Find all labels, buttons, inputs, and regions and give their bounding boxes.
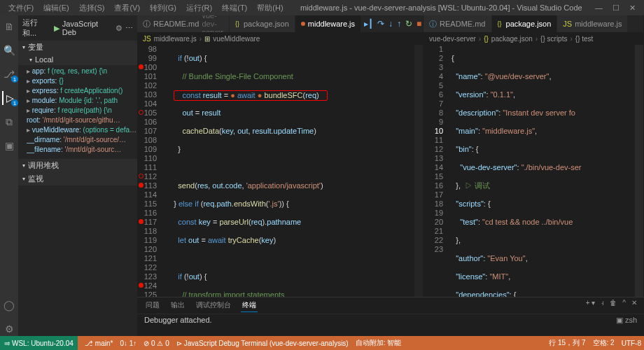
left-editor: ⓘREADME.md vue-dev-server package.json m… <box>137 15 424 297</box>
section-local[interactable]: Local <box>18 54 137 65</box>
right-editor: ⓘREADME.md package.json JS middleware.js… <box>424 15 644 297</box>
left-tab-bar: ⓘREADME.md vue-dev-server package.json m… <box>137 15 423 32</box>
tab-package-right[interactable]: package.json <box>492 15 558 32</box>
run-label: 运行和... <box>22 18 51 38</box>
bottom-panel: 问题 输出 调试控制台 终端 + ▾ ⫞ 🗑 ^ ✕ Debugger atta… <box>137 297 644 336</box>
more-icon[interactable]: ⋯ <box>125 24 133 33</box>
run-debug-icon[interactable]: ▷ <box>2 91 16 105</box>
gutter[interactable]: 9899100101102103104 10510610710810911011… <box>137 45 161 297</box>
debug-status[interactable]: ⊳ JavaScript Debug Terminal (vue-dev-ser… <box>176 340 349 347</box>
var-row[interactable]: ▸ vueMiddleware: (options = defau… <box>27 125 137 135</box>
editor-group: ⓘREADME.md vue-dev-server package.json m… <box>137 15 644 336</box>
debug-toolbar: ▸┃ ↷ ↓ ↑ ↻ ■ niddleware.js ▷ ⫞ ⋯ <box>361 15 424 32</box>
scrollbar[interactable] <box>635 45 643 297</box>
section-watch[interactable]: 监视 <box>18 172 137 186</box>
activity-bar: 🗎 🔍 ⎇ ▷ ⧉ ▣ ◯ ⚙ <box>0 15 18 336</box>
code-lines[interactable]: if (!out) { // Bundle Single-File Compon… <box>161 45 414 297</box>
step-out-icon[interactable]: ↑ <box>397 19 401 29</box>
remote-icon[interactable]: ▣ <box>2 139 16 153</box>
step-into-icon[interactable]: ↓ <box>388 19 393 29</box>
debug-config-header: 运行和... ▶ JavaScript Deb ⚙ ⋯ <box>18 15 137 41</box>
source-control-icon[interactable]: ⎇ <box>2 67 16 81</box>
var-row[interactable]: ▸ exports: {} <box>27 76 137 86</box>
close-icon[interactable]: ✕ <box>629 4 636 13</box>
menu-terminal[interactable]: 终端(T) <box>218 1 251 15</box>
play-icon[interactable]: ▶ <box>54 24 59 33</box>
autoattach-status[interactable]: 自动附加: 智能 <box>356 338 402 348</box>
window-title: middleware.js - vue-dev-server-analysis … <box>288 4 595 12</box>
git-sync[interactable]: 0↓ 1↑ <box>120 340 136 347</box>
variables-list: ▸ app: f (req, res, next) {\n ▸ exports:… <box>18 65 137 159</box>
maximize-panel-icon[interactable]: ^ <box>622 299 626 307</box>
markdown-icon: ⓘ <box>143 19 150 29</box>
left-breadcrumb[interactable]: JS middleware.js› ⊞vueMiddleware <box>137 32 423 45</box>
js-icon <box>301 22 305 26</box>
cursor-position[interactable]: 行 15，列 7 <box>549 338 585 348</box>
var-row[interactable]: ▸ require: f require(path) {\n <box>27 106 137 115</box>
var-row[interactable]: ▸ module: Module {id: '.', path <box>27 96 137 106</box>
gear-icon[interactable]: ⚙ <box>115 24 122 33</box>
section-callstack[interactable]: 调用堆栈 <box>18 159 137 172</box>
tab-readme[interactable]: ⓘREADME.md vue-dev-server <box>137 15 230 32</box>
tab-middleware[interactable]: middleware.js <box>295 15 361 32</box>
problems-status[interactable]: ⊘ 0 ⚠ 0 <box>144 340 169 347</box>
account-icon[interactable]: ◯ <box>2 298 16 312</box>
var-row[interactable]: root: '/mnt/d/git-source/githu… <box>27 115 137 125</box>
minimize-icon[interactable]: — <box>595 4 603 13</box>
git-branch[interactable]: ⎇ main* <box>85 340 113 347</box>
status-bar: ⥤ WSL: Ubuntu-20.04 ⎇ main* 0↓ 1↑ ⊘ 0 ⚠ … <box>0 336 644 350</box>
sidebar: 运行和... ▶ JavaScript Deb ⚙ ⋯ 变量 Local ▸ a… <box>18 15 137 336</box>
section-variables[interactable]: 变量 <box>18 41 137 54</box>
panel-problems[interactable]: 问题 <box>144 299 161 312</box>
js-icon: JS <box>143 35 151 43</box>
menu-view[interactable]: 查看(V) <box>110 1 144 15</box>
minimap[interactable] <box>414 45 423 297</box>
terminal-body[interactable]: Debugger attached. ▣ zsh <box>137 314 644 336</box>
menu-edit[interactable]: 编辑(E) <box>39 1 74 15</box>
code-lines-right[interactable]: { "name": "@vue/dev-server", "version": … <box>447 45 635 297</box>
var-row[interactable]: ▸ app: f (req, res, next) {\n <box>27 66 137 76</box>
left-code-area[interactable]: 9899100101102103104 10510610710810911011… <box>137 45 423 297</box>
right-tab-bar: ⓘREADME.md package.json JS middleware.js <box>424 15 643 32</box>
gutter-right[interactable]: 12345678 9101112131415 1617181920212223 <box>424 45 447 297</box>
extensions-icon[interactable]: ⧉ <box>2 115 16 129</box>
menu-run[interactable]: 运行(R) <box>182 1 216 15</box>
right-code-area[interactable]: 12345678 9101112131415 1617181920212223 … <box>424 45 643 297</box>
panel-terminal[interactable]: 终端 <box>241 299 258 312</box>
menu-goto[interactable]: 转到(G) <box>146 1 181 15</box>
var-row[interactable]: __dirname: '/mnt/d/git-source/… <box>27 135 137 145</box>
tab-middleware-right[interactable]: JS middleware.js <box>557 15 628 32</box>
encoding-status[interactable]: UTF-8 <box>622 338 641 348</box>
window-controls: — ☐ ✕ <box>595 4 640 13</box>
step-over-icon[interactable]: ↷ <box>377 19 384 29</box>
right-breadcrumb[interactable]: vue-dev-server› {}package.json› {} scrip… <box>424 32 643 45</box>
explorer-icon[interactable]: 🗎 <box>2 20 16 34</box>
remote-indicator[interactable]: ⥤ WSL: Ubuntu-20.04 <box>0 336 78 350</box>
panel-debug-console[interactable]: 调试控制台 <box>195 299 232 312</box>
kill-terminal-icon[interactable]: 🗑 <box>610 299 617 307</box>
split-terminal-icon[interactable]: ⫞ <box>601 299 604 307</box>
panel-tabs: 问题 输出 调试控制台 终端 + ▾ ⫞ 🗑 ^ ✕ <box>137 298 644 314</box>
close-panel-icon[interactable]: ✕ <box>631 299 637 307</box>
panel-output[interactable]: 输出 <box>169 299 186 312</box>
menu-file[interactable]: 文件(F) <box>4 1 38 15</box>
continue-icon[interactable]: ▸┃ <box>364 19 373 29</box>
indent-status[interactable]: 空格: 2 <box>593 338 615 348</box>
settings-icon[interactable]: ⚙ <box>2 322 16 336</box>
add-terminal-icon[interactable]: + ▾ <box>586 299 596 307</box>
restart-icon[interactable]: ↻ <box>405 19 412 29</box>
stop-icon[interactable]: ■ <box>416 19 421 29</box>
tab-readme-right[interactable]: ⓘREADME.md <box>424 15 491 32</box>
debug-config-select[interactable]: JavaScript Deb <box>62 20 113 36</box>
title-bar: 文件(F) 编辑(E) 选择(S) 查看(V) 转到(G) 运行(R) 终端(T… <box>0 0 644 15</box>
maximize-icon[interactable]: ☐ <box>612 4 620 13</box>
menu-select[interactable]: 选择(S) <box>75 1 109 15</box>
var-row[interactable]: ▸ express: f createApplication() <box>27 86 137 96</box>
tab-package[interactable]: package.json <box>230 15 295 32</box>
menu-help[interactable]: 帮助(H) <box>253 1 287 15</box>
menu-bar: 文件(F) 编辑(E) 选择(S) 查看(V) 转到(G) 运行(R) 终端(T… <box>4 1 288 15</box>
var-row[interactable]: __filename: '/mnt/d/git-sourc… <box>27 145 137 155</box>
search-icon[interactable]: 🔍 <box>2 43 16 57</box>
